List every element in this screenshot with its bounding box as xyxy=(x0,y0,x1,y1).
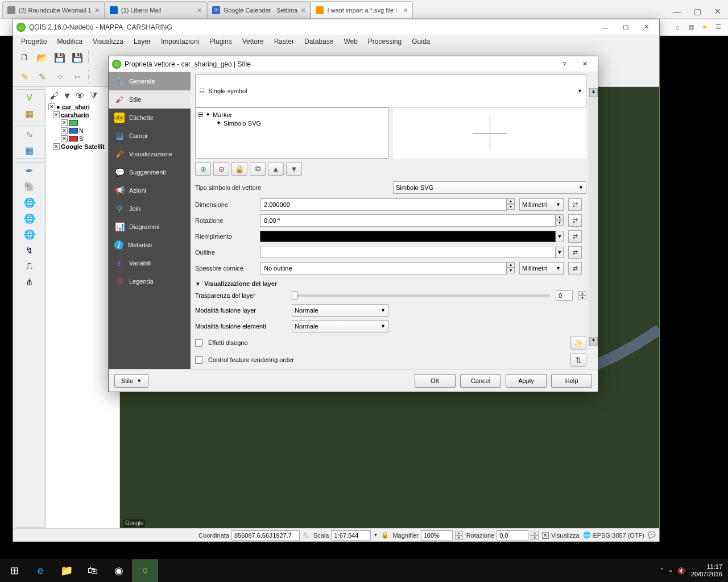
outline-unit-select[interactable]: Millimetri▼ xyxy=(519,262,564,275)
magnifier-input[interactable] xyxy=(421,530,453,541)
sidebar-item-campi[interactable]: ▤Campi xyxy=(109,127,191,145)
open-icon[interactable]: 📂 xyxy=(34,49,50,65)
data-defined-button[interactable]: ⇄ xyxy=(568,214,582,227)
sidebar-item-stile[interactable]: 🖌Stile xyxy=(109,90,191,109)
ok-button[interactable]: OK xyxy=(415,374,456,388)
globe3-icon[interactable]: 🌐 xyxy=(23,227,36,241)
spin-down[interactable]: ▼ xyxy=(578,296,586,300)
sidebar-item-generale[interactable]: 🔧Generale xyxy=(109,72,191,90)
home-icon[interactable]: ⌂ xyxy=(672,22,682,32)
spin-up[interactable]: ▲ xyxy=(556,214,564,220)
browser-tab-active[interactable]: I want import a *.svg file i × xyxy=(311,1,413,18)
coord-input[interactable] xyxy=(231,530,300,541)
spin-up[interactable]: ▲ xyxy=(507,198,515,204)
menu-raster[interactable]: Raster xyxy=(270,36,299,47)
qgis-taskbar-icon[interactable]: Q xyxy=(132,559,158,582)
start-button[interactable]: ⊞ xyxy=(1,559,27,582)
menu-database[interactable]: Database xyxy=(300,36,338,47)
close-icon[interactable]: × xyxy=(95,6,100,15)
menu-vettore[interactable]: Vettore xyxy=(238,36,268,47)
lock-icon[interactable]: 🔒 xyxy=(381,531,389,539)
filter-icon[interactable]: ▼ xyxy=(61,90,73,102)
speaker-icon[interactable]: 🔇 xyxy=(677,567,685,575)
tree-item-svg[interactable]: Simbolo SVG xyxy=(224,120,261,127)
scale-input[interactable] xyxy=(331,530,371,541)
minimize-button[interactable]: — xyxy=(595,22,615,33)
renderer-type-select[interactable]: ☷ Single symbol ▼ xyxy=(195,74,586,107)
sidebar-item-legenda[interactable]: ☰Legenda xyxy=(109,272,191,290)
stack-icon[interactable]: ▥ xyxy=(686,22,696,32)
feather-icon[interactable]: ✒ xyxy=(23,164,36,177)
dropdown-icon[interactable]: ▼ xyxy=(556,247,564,258)
layer-rendering-header[interactable]: ▼ Visualizzazione del layer xyxy=(195,280,586,287)
edit-icon[interactable]: ✎ xyxy=(34,69,50,85)
move-up-button[interactable]: ▲ xyxy=(268,162,284,176)
spin-down[interactable]: ▼ xyxy=(507,268,515,273)
blend-layer-select[interactable]: Normale▼ xyxy=(292,304,388,317)
style-menu-button[interactable]: Stile ▼ xyxy=(114,374,148,388)
chrome-icon[interactable]: ◉ xyxy=(106,559,132,582)
maximize-button[interactable]: ▢ xyxy=(687,5,708,18)
layer-item[interactable]: ✕ ● car_shari xyxy=(48,103,117,111)
layer-item[interactable]: ✕ Google Satellit xyxy=(48,143,117,151)
tray-up-icon[interactable]: ˄ xyxy=(660,567,664,575)
globe2-icon[interactable]: 🌐 xyxy=(23,211,36,225)
menu-plugins[interactable]: Plugins xyxy=(205,36,236,47)
draw-effects-checkbox[interactable] xyxy=(195,339,202,347)
symbol-type-select[interactable]: Simbolo SVG▼ xyxy=(393,181,586,194)
data-defined-button[interactable]: ⇄ xyxy=(568,230,582,243)
add-symbol-layer-button[interactable]: ⊕ xyxy=(195,162,211,176)
layer-item[interactable]: ✕ S xyxy=(48,135,117,143)
spin-down[interactable]: ▼ xyxy=(507,204,515,210)
store-icon[interactable]: 🛍 xyxy=(80,559,106,582)
remove-symbol-layer-button[interactable]: ⊖ xyxy=(213,162,229,176)
minimize-button[interactable]: — xyxy=(667,5,687,18)
dialog-scrollbar[interactable]: ▲ ▼ xyxy=(589,88,598,346)
browser-tab[interactable]: 20 Google Calendar - Settima × xyxy=(207,1,311,18)
menu-icon[interactable]: ☰ xyxy=(713,22,723,32)
sidebar-item-variabili[interactable]: εVariabili xyxy=(109,254,191,272)
maximize-button[interactable]: ▢ xyxy=(616,22,635,33)
render-checkbox[interactable]: ✕ xyxy=(542,532,549,539)
menu-visualizza[interactable]: Visualizza xyxy=(88,36,128,47)
menu-layer[interactable]: Layer xyxy=(129,36,155,47)
menu-progetto[interactable]: Progetto xyxy=(16,36,51,47)
dialog-titlebar[interactable]: Proprietà vettore - car_sharing_geo | St… xyxy=(109,56,598,72)
explorer-icon[interactable]: 📁 xyxy=(53,559,80,582)
move-down-button[interactable]: ▼ xyxy=(286,162,302,176)
layer-item[interactable]: ✕ N xyxy=(48,127,117,135)
outline-width-input[interactable] xyxy=(260,262,507,275)
vector-layer-icon[interactable]: V xyxy=(23,91,36,105)
spin-up[interactable]: ▲ xyxy=(578,291,586,296)
qgis-titlebar[interactable]: QGIS 2.16.0-Nødebo - MAPPA_CARSHARING — … xyxy=(13,19,659,35)
blend-feature-select[interactable]: Normale▼ xyxy=(292,320,388,332)
sidebar-item-azioni[interactable]: 📢Azioni xyxy=(109,181,191,199)
polyline-icon[interactable]: ⋔ xyxy=(23,275,36,289)
close-button[interactable]: ✕ xyxy=(708,5,728,18)
menu-processing[interactable]: Processing xyxy=(363,36,406,47)
checkbox-icon[interactable]: ✕ xyxy=(48,103,55,110)
pencil-icon[interactable]: ✎ xyxy=(16,69,32,85)
spin-up[interactable]: ▲ xyxy=(507,262,515,268)
close-button[interactable]: ✕ xyxy=(636,22,656,33)
edge-icon[interactable]: e xyxy=(27,559,53,582)
star-icon[interactable]: ★ xyxy=(700,22,710,32)
fill-color-button[interactable] xyxy=(260,231,556,242)
menu-impostazioni[interactable]: Impostazioni xyxy=(156,36,204,47)
browser-tab[interactable]: (1) Libero Mail × xyxy=(105,1,207,18)
rotation-input[interactable] xyxy=(260,214,556,227)
close-button[interactable]: ✕ xyxy=(575,59,594,70)
dropdown-icon[interactable]: ▼ xyxy=(556,231,564,242)
browser-tab[interactable]: (2) Roundcube Webmail 1 × xyxy=(2,1,105,18)
close-icon[interactable]: × xyxy=(403,6,408,15)
network-icon[interactable]: ▫ xyxy=(669,567,672,574)
add-raster-icon[interactable]: ▦ xyxy=(23,143,36,157)
sidebar-item-join[interactable]: ⚲Join xyxy=(109,199,191,218)
duplicate-button[interactable]: ⧉ xyxy=(250,162,266,176)
order-button[interactable]: ⇅ xyxy=(570,353,586,367)
save-icon[interactable]: 💾 xyxy=(52,49,68,65)
checkbox-icon[interactable]: ✕ xyxy=(61,127,68,134)
raster-layer-icon[interactable]: ▦ xyxy=(23,107,36,120)
funnel-icon[interactable]: ⧩ xyxy=(88,90,99,102)
checkbox-icon[interactable]: ✕ xyxy=(61,135,68,142)
